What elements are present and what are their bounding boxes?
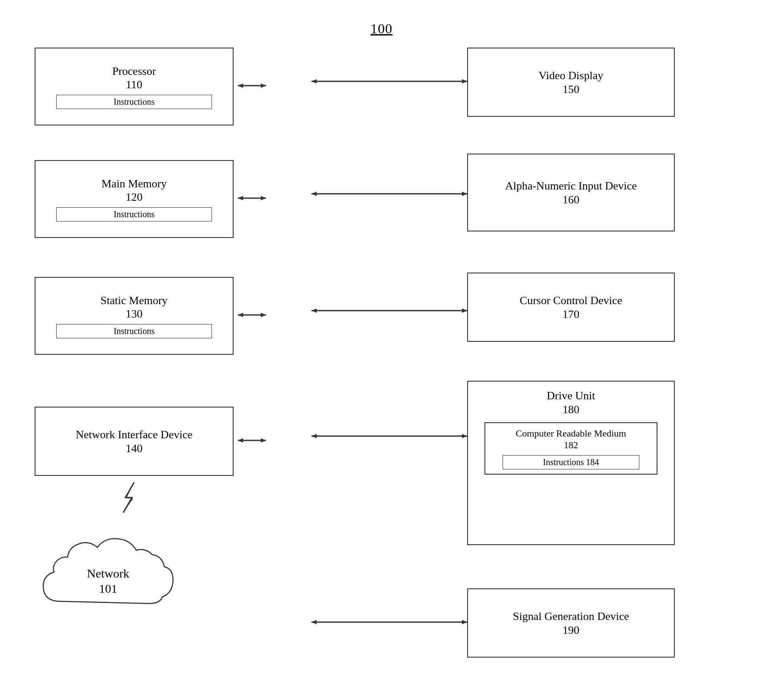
network-interface-number: 140 bbox=[126, 442, 143, 455]
arrow-bus-alpha bbox=[307, 189, 471, 198]
static-memory-instructions: Instructions bbox=[56, 324, 212, 338]
arrow-bus-drive bbox=[307, 432, 471, 440]
signal-generation-number: 190 bbox=[563, 624, 580, 637]
video-display-number: 150 bbox=[563, 83, 580, 96]
arrow-static-memory-bus bbox=[234, 311, 270, 319]
svg-marker-30 bbox=[462, 434, 467, 438]
processor-box: Processor 110 Instructions bbox=[35, 48, 234, 125]
computer-readable-medium-number: 182 bbox=[564, 440, 578, 451]
computer-readable-medium-title: Computer Readable Medium bbox=[516, 427, 626, 440]
svg-marker-11 bbox=[311, 79, 317, 83]
svg-marker-26 bbox=[238, 438, 243, 443]
video-display-title: Video Display bbox=[539, 68, 603, 83]
bus-svg: 108 bbox=[264, 39, 307, 653]
network-interface-box: Network Interface Device 140 bbox=[35, 407, 234, 476]
svg-marker-9 bbox=[261, 83, 266, 88]
signal-generation-title: Signal Generation Device bbox=[513, 609, 629, 624]
network-cloud-svg: Network 101 bbox=[26, 506, 190, 627]
arrow-bus-cursor bbox=[307, 306, 471, 315]
svg-marker-23 bbox=[311, 308, 317, 313]
main-memory-box: Main Memory 120 Instructions bbox=[35, 160, 234, 238]
arrow-network-interface-bus bbox=[234, 436, 270, 445]
alpha-numeric-title: Alpha-Numeric Input Device bbox=[505, 179, 637, 193]
main-memory-number: 120 bbox=[126, 191, 143, 204]
static-memory-box: Static Memory 130 Instructions bbox=[35, 277, 234, 355]
svg-text:101: 101 bbox=[99, 582, 117, 595]
lightning-svg bbox=[117, 480, 143, 515]
svg-marker-18 bbox=[462, 192, 467, 196]
processor-instructions: Instructions bbox=[56, 95, 212, 109]
svg-marker-20 bbox=[238, 313, 243, 317]
svg-marker-12 bbox=[462, 79, 467, 83]
computer-readable-medium-box: Computer Readable Medium 182 Instruction… bbox=[484, 422, 657, 475]
diagram-container: 100 108 Processor 110 Instructions Main … bbox=[0, 0, 763, 700]
svg-text:Network: Network bbox=[87, 567, 129, 580]
arrow-processor-bus bbox=[234, 81, 270, 90]
static-memory-title: Static Memory bbox=[100, 293, 167, 308]
drive-unit-title: Drive Unit bbox=[547, 389, 595, 403]
svg-marker-27 bbox=[261, 438, 266, 443]
processor-title: Processor bbox=[112, 64, 156, 79]
network-interface-title: Network Interface Device bbox=[76, 427, 192, 442]
signal-generation-box: Signal Generation Device 190 bbox=[467, 588, 675, 658]
cursor-control-number: 170 bbox=[563, 308, 580, 321]
static-memory-number: 130 bbox=[126, 308, 143, 321]
main-memory-title: Main Memory bbox=[102, 177, 167, 191]
arrow-bus-video bbox=[307, 77, 471, 86]
alpha-numeric-number: 160 bbox=[563, 193, 580, 206]
svg-marker-24 bbox=[462, 308, 467, 313]
drive-unit-box: Drive Unit 180 Computer Readable Medium … bbox=[467, 381, 675, 545]
svg-marker-21 bbox=[261, 313, 266, 317]
cursor-control-box: Cursor Control Device 170 bbox=[467, 273, 675, 342]
svg-marker-29 bbox=[311, 434, 317, 438]
processor-number: 110 bbox=[126, 78, 142, 91]
svg-marker-15 bbox=[261, 196, 266, 200]
svg-marker-14 bbox=[238, 196, 243, 200]
video-display-box: Video Display 150 bbox=[467, 48, 675, 117]
arrow-bus-signal bbox=[307, 618, 471, 626]
diagram-title: 100 bbox=[371, 21, 393, 37]
svg-marker-8 bbox=[238, 83, 243, 88]
arrow-main-memory-bus bbox=[234, 194, 270, 202]
svg-marker-17 bbox=[311, 192, 317, 196]
main-memory-instructions: Instructions bbox=[56, 207, 212, 222]
cursor-control-title: Cursor Control Device bbox=[520, 293, 622, 308]
drive-unit-number: 180 bbox=[563, 403, 580, 416]
svg-marker-33 bbox=[462, 620, 467, 624]
svg-marker-32 bbox=[311, 620, 317, 624]
drive-unit-instructions: Instructions 184 bbox=[503, 455, 639, 469]
alpha-numeric-box: Alpha-Numeric Input Device 160 bbox=[467, 154, 675, 231]
